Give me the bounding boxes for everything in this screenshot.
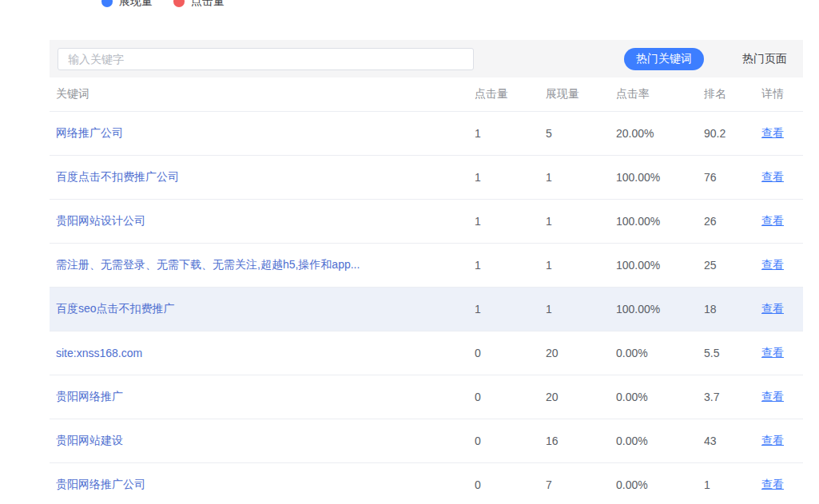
column-header-clicks: 点击量 — [475, 87, 546, 101]
view-detail-link[interactable]: 查看 — [761, 170, 784, 183]
view-detail-link[interactable]: 查看 — [761, 126, 784, 139]
clicks-value: 0 — [475, 478, 546, 491]
table-body: 网络推广公司 1 5 20.00% 90.2 查看 百度点击不扣费推广公司 1 … — [50, 112, 803, 504]
clicks-value: 1 — [475, 259, 546, 272]
column-header-keyword: 关键词 — [56, 87, 475, 101]
chart-legend: 展现量 点击量 — [101, 0, 225, 9]
impressions-value: 16 — [546, 435, 616, 447]
impressions-value: 1 — [546, 259, 616, 272]
table-row: 贵阳网络推广公司 0 7 0.00% 1 查看 — [50, 463, 803, 504]
impressions-value: 1 — [546, 215, 616, 228]
keyword-link[interactable]: 贵阳网络推广公司 — [56, 478, 145, 490]
table-row: 贵阳网站建设 0 16 0.00% 43 查看 — [50, 419, 803, 463]
rank-value: 1 — [704, 478, 761, 491]
impressions-value: 20 — [546, 391, 616, 403]
view-detail-link[interactable]: 查看 — [761, 346, 784, 359]
keyword-link[interactable]: 百度点击不扣费推广公司 — [56, 170, 179, 183]
table-row: 百度点击不扣费推广公司 1 1 100.00% 76 查看 — [50, 156, 803, 200]
clicks-value: 0 — [475, 435, 546, 447]
view-detail-link[interactable]: 查看 — [761, 478, 784, 490]
impressions-value: 7 — [546, 478, 616, 491]
table-row: 网络推广公司 1 5 20.00% 90.2 查看 — [50, 112, 803, 156]
ctr-value: 0.00% — [616, 347, 704, 359]
keyword-link[interactable]: site:xnss168.com — [56, 347, 142, 359]
rank-value: 5.5 — [704, 347, 761, 359]
legend-item-clicks[interactable]: 点击量 — [173, 0, 225, 9]
keyword-link[interactable]: 百度seo点击不扣费推广 — [56, 302, 175, 315]
table-row: 贵阳网站设计公司 1 1 100.00% 26 查看 — [50, 200, 803, 244]
ctr-value: 100.00% — [616, 171, 704, 184]
rank-value: 76 — [704, 171, 761, 184]
impressions-value: 5 — [546, 127, 616, 140]
clicks-value: 0 — [475, 391, 546, 403]
view-detail-link[interactable]: 查看 — [761, 258, 784, 271]
table-row: 需注册、无需登录、无需下载、无需关注,超越h5,操作和app... 1 1 10… — [50, 244, 803, 288]
ctr-value: 20.00% — [616, 127, 704, 140]
legend-label: 点击量 — [191, 0, 225, 9]
rank-value: 26 — [704, 215, 761, 228]
rank-value: 25 — [704, 259, 761, 272]
ctr-value: 100.00% — [616, 259, 704, 272]
search-input[interactable] — [58, 48, 474, 70]
view-detail-link[interactable]: 查看 — [761, 434, 784, 446]
impressions-value: 1 — [546, 303, 616, 315]
table-header-row: 关键词 点击量 展现量 点击率 排名 详情 — [50, 77, 803, 112]
clicks-value: 1 — [475, 215, 546, 228]
keyword-link[interactable]: 贵阳网站设计公司 — [56, 214, 145, 227]
ctr-value: 0.00% — [616, 435, 704, 447]
keyword-link[interactable]: 需注册、无需登录、无需下载、无需关注,超越h5,操作和app... — [56, 258, 360, 271]
clicks-value: 0 — [475, 347, 546, 359]
ctr-value: 100.00% — [616, 215, 704, 228]
ctr-value: 0.00% — [616, 391, 704, 403]
column-header-ctr: 点击率 — [616, 87, 704, 101]
hot-keywords-button[interactable]: 热门关键词 — [624, 48, 704, 70]
keywords-table: 关键词 点击量 展现量 点击率 排名 详情 网络推广公司 1 5 20.00% … — [50, 77, 803, 504]
rank-value: 43 — [704, 435, 761, 447]
keyword-link[interactable]: 网络推广公司 — [56, 126, 123, 139]
rank-value: 3.7 — [704, 391, 761, 403]
view-detail-link[interactable]: 查看 — [761, 390, 784, 403]
rank-value: 90.2 — [704, 127, 761, 140]
view-detail-link[interactable]: 查看 — [761, 214, 784, 227]
keyword-link[interactable]: 贵阳网站建设 — [56, 434, 123, 446]
rank-value: 18 — [704, 303, 761, 315]
clicks-value: 1 — [475, 127, 546, 140]
clicks-dot-icon — [173, 0, 185, 7]
keyword-toolbar: 热门关键词 热门页面 — [50, 40, 803, 77]
ctr-value: 0.00% — [616, 478, 704, 491]
table-row: 贵阳网络推广 0 20 0.00% 3.7 查看 — [50, 375, 803, 419]
column-header-detail: 详情 — [761, 87, 797, 101]
clicks-value: 1 — [475, 171, 546, 184]
legend-label: 展现量 — [119, 0, 153, 9]
clicks-value: 1 — [475, 303, 546, 315]
impressions-dot-icon — [101, 0, 113, 7]
ctr-value: 100.00% — [616, 303, 704, 315]
table-row: site:xnss168.com 0 20 0.00% 5.5 查看 — [50, 331, 803, 375]
impressions-value: 20 — [546, 347, 616, 359]
legend-item-impressions[interactable]: 展现量 — [101, 0, 153, 9]
view-detail-link[interactable]: 查看 — [761, 302, 784, 315]
column-header-impressions: 展现量 — [546, 87, 616, 101]
hot-pages-tab[interactable]: 热门页面 — [742, 52, 787, 66]
keyword-link[interactable]: 贵阳网络推广 — [56, 390, 123, 403]
impressions-value: 1 — [546, 171, 616, 184]
table-row: 百度seo点击不扣费推广 1 1 100.00% 18 查看 — [50, 288, 803, 331]
column-header-rank: 排名 — [704, 87, 761, 101]
